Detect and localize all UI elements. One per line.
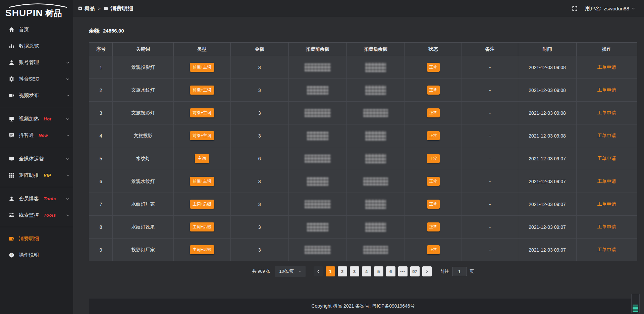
cell-balance-before — [288, 170, 346, 193]
cell-type: 主词+后缀 — [173, 239, 230, 261]
logo-arc — [5, 3, 73, 8]
balance-label: 余额: — [89, 28, 101, 34]
cell-keyword: 水纹灯效果 — [113, 216, 173, 239]
ticket-request-link[interactable]: 工单申请 — [597, 178, 616, 184]
page-size-select[interactable]: 10条/页 — [275, 266, 305, 277]
sidebar-divider — [0, 187, 73, 187]
ticket-request-link[interactable]: 工单申请 — [597, 133, 616, 138]
page-button-2[interactable]: 2 — [338, 266, 347, 276]
cell-index: 1 — [89, 56, 113, 79]
cell-index: 9 — [89, 239, 113, 261]
page-button-1[interactable]: 1 — [326, 266, 335, 276]
column-header-6: 状态 — [405, 43, 462, 56]
goto-input[interactable] — [452, 267, 467, 276]
page-button-5[interactable]: 5 — [374, 266, 383, 276]
logo-text-cn: 树品 — [45, 8, 62, 19]
sidebar-item-overview[interactable]: 数据总览 — [0, 38, 73, 54]
page-ellipsis-button[interactable]: ••• — [398, 266, 408, 276]
column-header-2: 类型 — [173, 43, 230, 56]
ticket-request-link[interactable]: 工单申请 — [597, 201, 616, 207]
table-row: 3文旅投影灯前缀+主词3正常-2021-12-03 09:08工单申请 — [89, 102, 637, 124]
page-button-4[interactable]: 4 — [362, 266, 371, 276]
wallet-icon — [9, 236, 14, 242]
sidebar: SHUPIN 树品 首页数据总览账号管理抖音SEO视频发布视频加热Hot抖客通N… — [0, 0, 73, 314]
breadcrumb-item-app[interactable]: 树品 — [78, 5, 95, 12]
sidebar-item-account[interactable]: 账号管理 — [0, 54, 73, 71]
column-header-5: 扣费后余额 — [346, 43, 405, 56]
cell-keyword: 水纹灯 — [113, 147, 173, 170]
sidebar-item-matrix[interactable]: 矩阵助推VIP — [0, 167, 73, 184]
cell-time: 2021-12-03 09:08 — [518, 56, 576, 79]
sidebar-item-label: 抖客通 — [19, 132, 34, 139]
ticket-request-link[interactable]: 工单申请 — [597, 156, 616, 161]
table-row: 6景观水纹灯前缀+主词3正常-2021-12-03 09:07工单申请 — [89, 170, 637, 193]
monitor-icon — [9, 156, 14, 162]
ticket-request-link[interactable]: 工单申请 — [597, 87, 616, 93]
page-button-97[interactable]: 97 — [410, 266, 420, 276]
redacted-value — [365, 199, 386, 209]
sidebar-item-help[interactable]: ?操作说明 — [0, 247, 73, 263]
balance-value: 24856.00 — [103, 28, 124, 34]
cell-balance-after — [346, 124, 405, 147]
type-badge: 主词+后缀 — [190, 200, 214, 209]
cell-time: 2021-12-03 09:07 — [518, 193, 576, 216]
next-page-button[interactable] — [422, 266, 432, 276]
prev-page-button[interactable] — [314, 266, 323, 276]
scroll-widget-handle[interactable] — [633, 305, 638, 312]
redacted-value — [307, 177, 328, 186]
redacted-value — [365, 85, 386, 95]
fullscreen-icon[interactable] — [572, 6, 578, 11]
cell-amount: 6 — [230, 147, 288, 170]
column-header-3: 金额 — [230, 43, 288, 56]
sidebar-item-consume[interactable]: 消费明细 — [0, 230, 73, 247]
user-menu[interactable]: 用户名: zswodun88 — [585, 5, 635, 12]
sidebar-item-member[interactable]: 会员爆客Tools — [0, 191, 73, 207]
scroll-widget[interactable] — [631, 294, 640, 313]
ticket-request-link[interactable]: 工单申请 — [597, 247, 616, 252]
cell-action: 工单申请 — [576, 193, 637, 216]
sidebar-item-publish[interactable]: 视频发布 — [0, 87, 73, 104]
breadcrumb-label: 消费明细 — [111, 5, 133, 12]
status-badge: 正常 — [427, 177, 440, 186]
redacted-value — [365, 62, 386, 72]
cell-keyword: 文旅水纹灯 — [113, 79, 173, 102]
cell-action: 工单申请 — [576, 79, 637, 102]
footer-copyright: Copyright 树品 2021 备案号: 粤ICP备09019646号 — [311, 303, 415, 309]
content-area: 余额:24856.00 序号关键词类型金额扣费前余额扣费后余额状态备注时间操作 … — [73, 17, 644, 314]
redacted-value — [307, 86, 328, 95]
chart-icon — [9, 43, 14, 49]
sidebar-item-tag: Tools — [44, 213, 56, 218]
cell-action: 工单申请 — [576, 239, 637, 261]
sidebar-divider — [0, 227, 73, 227]
cell-action: 工单申请 — [576, 124, 637, 147]
sidebar-item-label: 视频发布 — [19, 92, 39, 99]
ticket-request-link[interactable]: 工单申请 — [597, 64, 616, 70]
redacted-value — [363, 246, 388, 254]
sidebar-item-label: 操作说明 — [19, 252, 39, 258]
sidebar-item-media[interactable]: 全媒体运营 — [0, 151, 73, 167]
page-size-value: 10条/页 — [279, 268, 294, 274]
sidebar-item-tag: Hot — [44, 116, 51, 121]
user-icon — [9, 60, 14, 65]
sidebar-item-label: 数据总览 — [19, 43, 39, 49]
cell-balance-before — [288, 102, 346, 124]
page-button-3[interactable]: 3 — [350, 266, 359, 276]
balance: 余额:24856.00 — [89, 28, 637, 34]
sidebar-item-clue[interactable]: 线索监控Tools — [0, 207, 73, 223]
page-buttons: 123456•••97 — [326, 266, 420, 276]
sidebar-item-label: 账号管理 — [19, 59, 39, 66]
ticket-request-link[interactable]: 工单申请 — [597, 224, 616, 229]
sidebar-item-douketong[interactable]: 抖客通New — [0, 127, 73, 144]
redacted-value — [305, 155, 331, 163]
status-badge: 正常 — [427, 86, 440, 95]
ticket-request-link[interactable]: 工单申请 — [597, 110, 616, 115]
consumption-table: 序号关键词类型金额扣费前余额扣费后余额状态备注时间操作 1景观投影灯前缀+主词3… — [89, 42, 637, 261]
screen-icon — [9, 116, 14, 122]
cell-amount: 3 — [230, 56, 288, 79]
sidebar-item-heat[interactable]: 视频加热Hot — [0, 111, 73, 127]
redacted-value — [307, 223, 328, 231]
breadcrumb-item-current[interactable]: 消费明细 — [104, 5, 133, 12]
sidebar-item-seo[interactable]: 抖音SEO — [0, 71, 73, 87]
page-button-6[interactable]: 6 — [386, 266, 395, 276]
sidebar-item-home[interactable]: 首页 — [0, 21, 73, 38]
